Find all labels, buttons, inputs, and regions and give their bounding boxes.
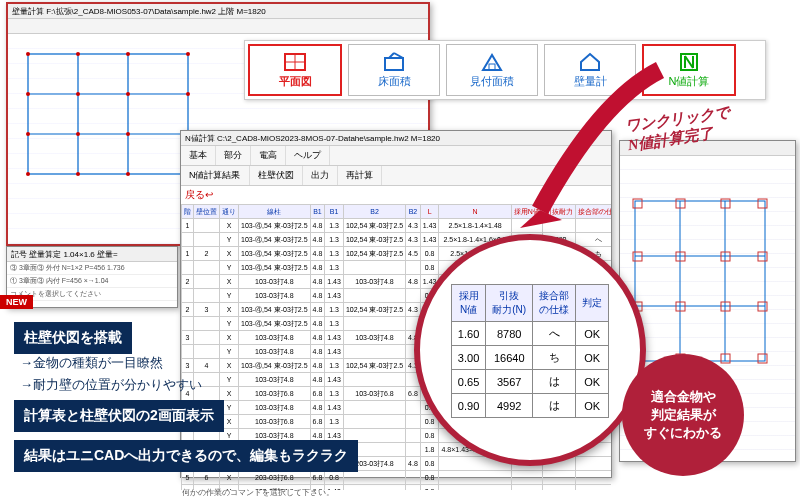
note-2: →耐力壁の位置が分かりやすい xyxy=(20,376,202,394)
svg-rect-0 xyxy=(28,54,188,174)
callout-2: 計算表と柱壁伏図の2画面表示 xyxy=(14,400,224,432)
menu-ヘルプ[interactable]: ヘルプ xyxy=(286,146,330,165)
status-bar: 何かの作業のコマンドを選択して下さい。 xyxy=(182,487,334,498)
svg-point-15 xyxy=(126,132,130,136)
mag-row: 0.653567はOK xyxy=(451,370,608,394)
svg-point-9 xyxy=(26,92,30,96)
menu-基本[interactable]: 基本 xyxy=(181,146,216,165)
col-header: 階 xyxy=(182,205,194,219)
mag-col-header: 採用N値 xyxy=(451,285,485,322)
plan-window-title: 壁量計算 F:\拡張\2_CAD8-MIOS053-07\Data\sample… xyxy=(8,4,428,19)
back-button[interactable]: 戻る↩ xyxy=(185,188,213,202)
svg-point-11 xyxy=(126,92,130,96)
col-header: B2 xyxy=(343,205,405,219)
menu-電高[interactable]: 電高 xyxy=(251,146,286,165)
info-panel-title: 記号 壁量算定 1.04×1.6 壁量= xyxy=(7,247,177,262)
arrow-icon xyxy=(500,60,700,250)
svg-point-6 xyxy=(76,52,80,56)
col-header: B1 xyxy=(310,205,325,219)
svg-point-13 xyxy=(26,132,30,136)
viewtab-柱壁伏図[interactable]: 柱壁伏図 xyxy=(250,166,303,185)
svg-point-12 xyxy=(186,92,190,96)
svg-point-18 xyxy=(76,172,80,176)
viewtab-出力[interactable]: 出力 xyxy=(303,166,338,185)
callout-3: 結果はユニCADへ出力できるので、編集もラクラク xyxy=(14,440,358,472)
viewtab-再計算[interactable]: 再計算 xyxy=(338,166,382,185)
svg-point-8 xyxy=(186,52,190,56)
col-header: 線柱 xyxy=(239,205,311,219)
bubble-callout: 適合金物や判定結果がすぐにわかる xyxy=(622,354,744,476)
magnified-table: 採用N値引抜耐力(N)接合部の仕様判定1.608780へOK3.0016640ち… xyxy=(451,284,609,418)
mag-row: 3.0016640ちOK xyxy=(451,346,608,370)
note-1: →金物の種類が一目瞭然 xyxy=(20,354,163,372)
col-header: L xyxy=(420,205,439,219)
new-badge: NEW xyxy=(0,295,33,309)
col-header: B1 xyxy=(325,205,344,219)
mag-col-header: 引抜耐力(N) xyxy=(486,285,533,322)
mag-col-header: 判定 xyxy=(576,285,609,322)
info-line-2: ① 3章面③ 内付 F=456 ×→1.04 xyxy=(7,275,177,288)
svg-point-10 xyxy=(76,92,80,96)
tab-平面図[interactable]: 平面図 xyxy=(248,44,342,96)
mag-col-header: 接合部の仕様 xyxy=(533,285,576,322)
tab-床面積[interactable]: 床面積 xyxy=(348,44,440,96)
callout-1: 柱壁伏図を搭載 xyxy=(14,322,132,354)
svg-rect-24 xyxy=(385,58,403,70)
col-header: 壁位置 xyxy=(194,205,220,219)
tab-label: 床面積 xyxy=(378,74,411,89)
mag-row: 0.904992はOK xyxy=(451,394,608,418)
svg-point-19 xyxy=(126,172,130,176)
svg-rect-37 xyxy=(758,199,767,208)
svg-point-14 xyxy=(76,132,80,136)
mag-row: 1.608780へOK xyxy=(451,322,608,346)
plan-toolbar xyxy=(8,19,428,34)
svg-point-17 xyxy=(26,172,30,176)
table-row[interactable]: 56X203-03打6.86.80.80.8 xyxy=(182,471,612,485)
col-header: B2 xyxy=(406,205,421,219)
col-header: 通り xyxy=(220,205,239,219)
viewtab-N値計算結果[interactable]: N値計算結果 xyxy=(181,166,250,185)
magnifier: 採用N値引抜耐力(N)接合部の仕様判定1.608780へOK3.0016640ち… xyxy=(414,234,646,466)
tab-label: 平面図 xyxy=(279,74,312,89)
svg-point-5 xyxy=(26,52,30,56)
svg-rect-49 xyxy=(758,354,767,363)
info-line-1: ③ 3章面③ 外付 N=1×2 P=456 1.736 xyxy=(7,262,177,275)
svg-point-7 xyxy=(126,52,130,56)
menu-部分[interactable]: 部分 xyxy=(216,146,251,165)
